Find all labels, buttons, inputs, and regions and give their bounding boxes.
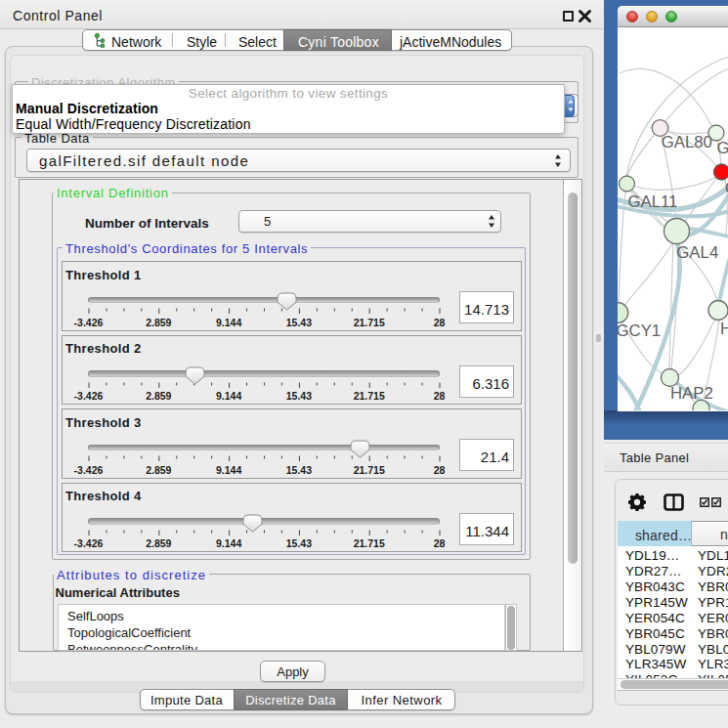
svg-text:H: H [720,320,728,338]
svg-text:G.: G. [716,139,728,157]
svg-text:C: C [725,179,728,197]
svg-text:GAL4: GAL4 [676,243,718,262]
svg-text:GAL80: GAL80 [661,133,711,151]
svg-text:HAP2: HAP2 [670,384,713,403]
svg-text:GAL11: GAL11 [627,193,677,211]
svg-text:GCY1: GCY1 [618,321,661,340]
